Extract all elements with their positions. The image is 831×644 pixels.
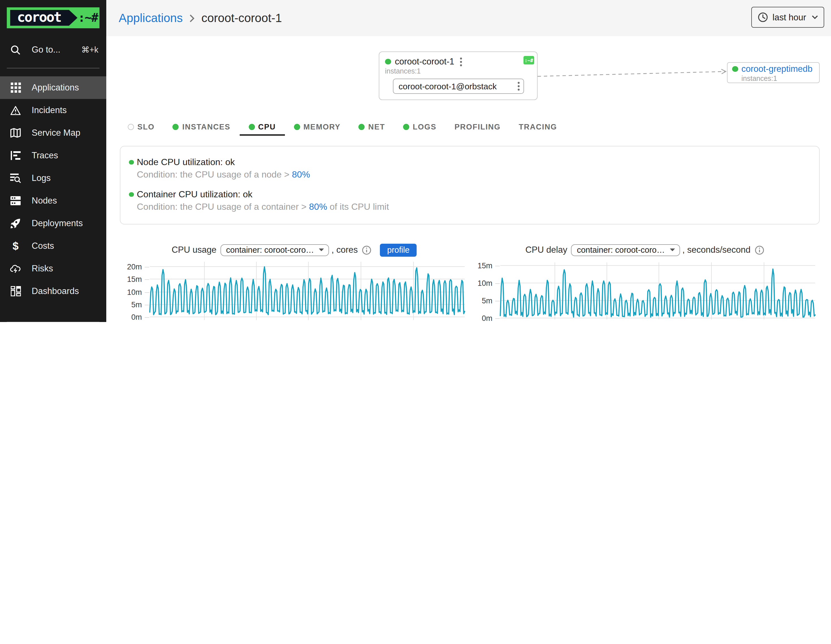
dashboard-icon — [10, 286, 21, 296]
dependency-title-link[interactable]: coroot-greptimedb — [742, 64, 813, 74]
status-dot-green — [385, 59, 391, 65]
tab-status-dot-green — [248, 124, 255, 130]
header: Applications coroot-coroot-1 last hour — [106, 0, 831, 36]
y-tick-mark — [145, 317, 149, 317]
tab-status-dot-green — [294, 124, 300, 130]
coroot-logo[interactable]: coroot :~# — [7, 7, 99, 28]
tab-status-dot-green — [173, 124, 179, 130]
app-card-title[interactable]: coroot-coroot-1 — [395, 57, 454, 67]
tab-instances[interactable]: INSTANCES — [164, 118, 239, 136]
chart-cpu-usage: CPU usagecontainer: coroot-coro…, coresp… — [119, 242, 469, 322]
breadcrumb-applications-link[interactable]: Applications — [119, 11, 183, 25]
plot-area[interactable] — [500, 262, 815, 319]
tab-cpu[interactable]: CPU — [239, 118, 285, 136]
tab-logs[interactable]: LOGS — [394, 118, 446, 136]
sidebar-item-label: Applications — [32, 83, 79, 93]
app-card-instances: instances:1 — [379, 67, 537, 75]
report-tabs: SLOINSTANCESCPUMEMORYNETLOGSPROFILINGTRA… — [119, 118, 566, 136]
chart-title-row: CPU delaycontainer: coroot-coro…, second… — [474, 243, 815, 257]
instance-kebab-icon[interactable] — [517, 81, 520, 91]
tab-label: LOGS — [413, 123, 436, 131]
y-tick-label: 10m — [116, 288, 142, 296]
sidebar-item-logs[interactable]: Logs — [0, 167, 106, 190]
check-condition: Condition: the CPU usage of a node > 80% — [137, 170, 310, 180]
instance-box[interactable]: coroot-coroot-1@orbstack — [393, 78, 524, 94]
tab-profiling[interactable]: PROFILING — [446, 118, 509, 136]
series-line-coroot-coroot-1@orbstack — [500, 269, 815, 317]
info-icon[interactable] — [362, 245, 371, 255]
check-status-dot — [129, 192, 134, 197]
chart-title: CPU usage — [172, 245, 217, 255]
server-icon — [10, 195, 21, 206]
check-title: Node CPU utilization: ok — [137, 157, 235, 167]
sidebar-item-risks[interactable]: Risks — [0, 257, 106, 280]
y-tick-mark — [145, 292, 149, 293]
clock-icon — [757, 12, 768, 22]
chart-selector-dropdown[interactable]: container: coroot-coro… — [571, 244, 680, 256]
app-type-badge: :~# — [524, 56, 534, 64]
dependency-instances: instances:1 — [732, 75, 819, 83]
sidebar-item-label: Logs — [32, 173, 51, 183]
sidebar-item-label: Costs — [32, 241, 54, 251]
y-tick-label: 0m — [466, 314, 492, 322]
check-node-cpu: Node CPU utilization: ok Condition: the … — [129, 157, 310, 180]
y-tick-mark — [145, 304, 149, 305]
chart-cpu-delay: CPU delaycontainer: coroot-coro…, second… — [469, 242, 820, 322]
map-icon — [10, 128, 21, 138]
sidebar-item-label: Nodes — [32, 196, 57, 206]
y-tick-label: 15m — [116, 275, 142, 283]
sidebar-item-applications[interactable]: Applications — [0, 77, 106, 99]
sidebar-item-label: Dashboards — [32, 286, 79, 296]
check-title: Container CPU utilization: ok — [137, 190, 252, 199]
breadcrumb: Applications coroot-coroot-1 — [119, 0, 282, 36]
breadcrumb-separator-icon — [189, 14, 194, 22]
dollar-icon: $ — [10, 241, 21, 251]
series-line-coroot-coroot-1@orbstack — [150, 267, 465, 315]
sidebar-item-label: Service Map — [32, 128, 80, 138]
info-icon[interactable] — [755, 245, 764, 255]
y-tick-label: 15m — [466, 261, 492, 270]
plot-area[interactable] — [150, 262, 465, 320]
sidebar-item-nodes[interactable]: Nodes — [0, 190, 106, 212]
coroot-app: coroot :~# Go to... ⌘+k ApplicationsInci… — [0, 0, 831, 322]
service-map-app-card: coroot-coroot-1 instances:1 coroot-coroo… — [379, 51, 538, 100]
logs-icon — [10, 173, 21, 183]
sidebar-item-dashboards[interactable]: Dashboards — [0, 280, 106, 303]
tab-label: SLO — [137, 123, 154, 131]
dependency-edge — [538, 67, 730, 79]
chart-selector-value: container: coroot-coro… — [226, 245, 314, 254]
sidebar-item-label: Risks — [32, 263, 53, 274]
check-container-cpu: Container CPU utilization: ok Condition:… — [129, 190, 389, 212]
y-tick-label: 0m — [116, 312, 142, 321]
sidebar-search[interactable]: Go to... ⌘+k — [0, 38, 106, 61]
y-tick-mark — [145, 266, 149, 267]
sidebar-item-deployments[interactable]: Deployments — [0, 212, 106, 234]
instance-box-label: coroot-coroot-1@orbstack — [398, 81, 497, 91]
tab-slo[interactable]: SLO — [119, 118, 164, 136]
sidebar-item-traces[interactable]: Traces — [0, 144, 106, 167]
sidebar-item-label: Deployments — [32, 218, 83, 228]
tab-label: MEMORY — [304, 123, 341, 131]
sidebar-divider-bottom — [7, 322, 99, 322]
check-threshold[interactable]: 80% — [309, 202, 327, 212]
logo-suffix: :~# — [78, 11, 99, 25]
tab-memory[interactable]: MEMORY — [285, 118, 350, 136]
y-tick-mark — [145, 279, 149, 280]
tab-net[interactable]: NET — [350, 118, 394, 136]
chart-selector-dropdown[interactable]: container: coroot-coro… — [220, 244, 329, 256]
traces-icon — [10, 150, 21, 161]
sidebar-item-costs[interactable]: $Costs — [0, 234, 106, 257]
y-tick-mark — [495, 301, 500, 301]
check-condition: Condition: the CPU usage of a container … — [137, 202, 389, 212]
chart-title: CPU delay — [525, 245, 567, 255]
chevron-down-icon — [812, 15, 818, 19]
svg-text:$: $ — [13, 240, 18, 252]
check-threshold[interactable]: 80% — [292, 170, 310, 179]
sidebar-item-incidents[interactable]: Incidents — [0, 99, 106, 121]
profile-button[interactable]: profile — [380, 244, 417, 257]
kebab-menu-icon[interactable] — [459, 57, 462, 67]
tab-tracing[interactable]: TRACING — [509, 118, 566, 136]
time-range-picker[interactable]: last hour — [751, 7, 824, 28]
sidebar-item-service-map[interactable]: Service Map — [0, 121, 106, 144]
breadcrumb-current: coroot-coroot-1 — [201, 11, 282, 25]
